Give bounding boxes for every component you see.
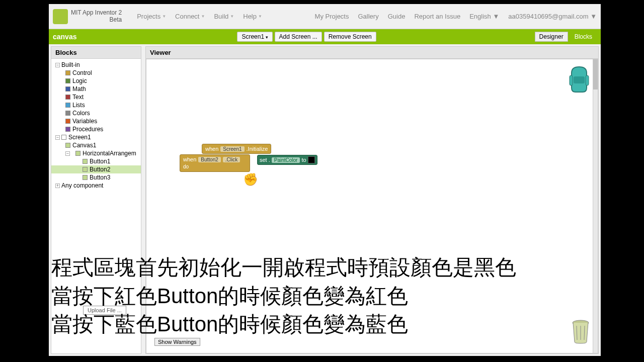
category-icon: [65, 119, 70, 124]
svg-rect-1: [570, 75, 573, 85]
tree-canvas1[interactable]: Canvas1: [51, 141, 141, 149]
collapse-icon[interactable]: −: [55, 63, 60, 67]
tree-variables[interactable]: Variables: [51, 117, 141, 125]
android-logo-icon: [53, 9, 68, 24]
viewer-title: Viewer: [146, 47, 598, 59]
caret-down-icon: ▼: [201, 14, 205, 19]
component-icon: [83, 167, 88, 172]
brand-line2: Beta: [71, 17, 122, 23]
menu-projects[interactable]: Projects▼: [137, 13, 166, 20]
top-right-links: My Projects Gallery Guide Report an Issu…: [315, 13, 597, 20]
category-icon: [65, 95, 70, 100]
tab-blocks[interactable]: Blocks: [570, 32, 597, 42]
tree-text[interactable]: Text: [51, 93, 141, 101]
tree-colors[interactable]: Colors: [51, 109, 141, 117]
tree-button1[interactable]: Button1: [51, 157, 141, 165]
svg-rect-2: [586, 75, 589, 85]
tree-builtin[interactable]: −Built-in: [51, 61, 141, 69]
sidebar-title: Blocks: [51, 47, 141, 59]
add-screen-button[interactable]: Add Screen ...: [275, 32, 322, 42]
tree-button2[interactable]: Button2: [51, 165, 141, 173]
remove-screen-button[interactable]: Remove Screen: [324, 32, 376, 42]
caret-down-icon: ▼: [230, 14, 234, 19]
svg-rect-0: [574, 76, 585, 83]
link-gallery[interactable]: Gallery: [358, 13, 378, 20]
caret-down-icon: ▼: [493, 13, 499, 20]
top-menubar: MIT App Inventor 2 Beta Projects▼ Connec…: [49, 4, 601, 29]
app-window: MIT App Inventor 2 Beta Projects▼ Connec…: [49, 4, 601, 356]
collapse-icon[interactable]: −: [55, 135, 60, 140]
component-icon: [75, 151, 80, 156]
tree-screen1[interactable]: −Screen1: [51, 133, 141, 141]
menu-help[interactable]: Help▼: [243, 13, 262, 20]
show-warnings-button[interactable]: Show Warnings: [154, 338, 200, 346]
brand-line1: MIT App Inventor 2: [71, 10, 122, 16]
tree-math[interactable]: Math: [51, 85, 141, 93]
tree-horizontal-arrangement[interactable]: −HorizontalArrangem: [51, 149, 141, 157]
main-menu: Projects▼ Connect▼ Build▼ Help▼: [137, 13, 262, 20]
menu-build[interactable]: Build▼: [214, 13, 234, 20]
scrollbar-thumb[interactable]: [593, 59, 598, 89]
link-my-projects[interactable]: My Projects: [315, 13, 349, 20]
project-bar: canvas Screen1 Add Screen ... Remove Scr…: [49, 29, 601, 44]
tree-logic[interactable]: Logic: [51, 77, 141, 85]
caret-down-icon: ▼: [258, 14, 262, 19]
grab-cursor-icon: ✊: [243, 172, 258, 187]
tree-any-component[interactable]: +Any component: [51, 182, 141, 190]
tree-lists[interactable]: Lists: [51, 101, 141, 109]
account-email[interactable]: aa0359410695@gmail.com ▼: [508, 13, 597, 20]
backpack-icon[interactable]: [567, 65, 592, 93]
component-icon: [65, 143, 70, 148]
category-icon: [65, 86, 70, 92]
block-when-button-click[interactable]: when Button2 .Click do: [180, 154, 250, 172]
tree-control[interactable]: Control: [51, 69, 141, 77]
caret-down-icon: ▼: [162, 14, 166, 19]
dropdown-paintcolor[interactable]: PaintColor: [272, 157, 300, 163]
category-icon: [65, 78, 70, 83]
category-icon: [65, 70, 70, 75]
brand-label: MIT App Inventor 2 Beta: [71, 10, 122, 23]
block-set-paintcolor[interactable]: set . PaintColor to: [257, 155, 317, 165]
component-icon: [83, 159, 88, 164]
tree-procedures[interactable]: Procedures: [51, 125, 141, 133]
viewer-panel: Viewer when Screen1 .Initialize when: [145, 46, 599, 354]
do-label: do: [183, 164, 189, 169]
dropdown-screen[interactable]: Screen1: [220, 146, 244, 152]
main-area: Blocks −Built-in Control Logic Math Text…: [49, 44, 601, 356]
link-report-issue[interactable]: Report an Issue: [414, 13, 460, 20]
block-when-screen-initialize[interactable]: when Screen1 .Initialize: [202, 144, 271, 154]
component-icon: [83, 175, 88, 180]
vertical-scrollbar[interactable]: [593, 59, 598, 353]
dropdown-button2[interactable]: Button2: [198, 157, 220, 162]
tab-designer[interactable]: Designer: [535, 32, 568, 42]
project-name: canvas: [53, 33, 76, 41]
component-icon: [61, 135, 66, 140]
dropdown-click[interactable]: .Click: [223, 157, 240, 162]
category-icon: [65, 127, 70, 132]
color-black-chip[interactable]: [308, 156, 315, 163]
link-guide[interactable]: Guide: [388, 13, 406, 20]
tree-button3[interactable]: Button3: [51, 173, 141, 182]
expand-icon[interactable]: +: [55, 184, 60, 188]
category-icon: [65, 111, 70, 116]
trash-icon[interactable]: [570, 319, 592, 344]
blocks-canvas[interactable]: when Screen1 .Initialize when Button2 .C…: [146, 59, 598, 353]
upload-file-button[interactable]: Upload File ...: [83, 306, 126, 315]
menu-connect[interactable]: Connect▼: [175, 13, 205, 20]
caret-down-icon: ▼: [590, 13, 597, 20]
language-selector[interactable]: English ▼: [469, 13, 499, 20]
collapse-icon[interactable]: −: [65, 151, 70, 156]
blocks-tree: −Built-in Control Logic Math Text Lists …: [51, 59, 141, 192]
screen-selector[interactable]: Screen1: [237, 32, 272, 42]
category-icon: [65, 103, 70, 108]
